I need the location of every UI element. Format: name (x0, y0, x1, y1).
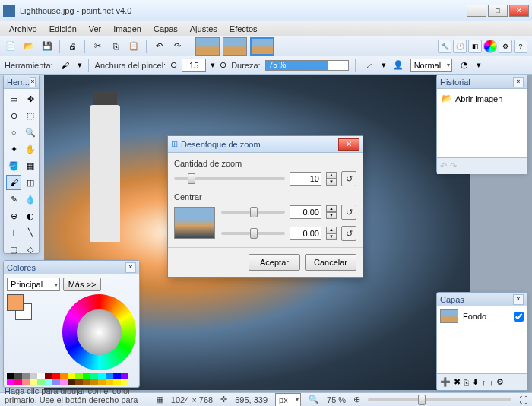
zoom-tool[interactable]: 🔍 (23, 125, 38, 140)
zoom-reset-icon[interactable]: ↺ (341, 171, 356, 186)
menu-ajustes[interactable]: Ajustes (184, 23, 223, 35)
menu-capas[interactable]: Capas (147, 23, 184, 35)
close-button[interactable]: ✕ (509, 5, 529, 17)
width-plus[interactable]: ⊕ (220, 60, 226, 70)
eraser-tool[interactable]: ◫ (23, 175, 38, 190)
gradient-tool[interactable]: ▦ (23, 158, 38, 173)
primary-color[interactable] (7, 294, 24, 311)
move-tool[interactable]: ✥ (23, 91, 38, 106)
help-button[interactable]: ? (514, 40, 527, 53)
save-button[interactable]: 💾 (40, 39, 55, 54)
center-x-slider[interactable] (221, 211, 285, 214)
center-preview[interactable] (174, 207, 215, 239)
cut-button[interactable]: ✂ (90, 39, 105, 54)
layer-visible-checkbox[interactable] (514, 312, 524, 322)
picker-tool[interactable]: 💧 (23, 192, 38, 207)
line-tool[interactable]: ╲ (23, 225, 38, 240)
center-y-slider[interactable] (221, 232, 285, 235)
cy-reset-icon[interactable]: ↺ (341, 226, 356, 241)
history-undo-icon[interactable]: ↶ (440, 161, 447, 171)
cy-up[interactable]: ▲ (326, 227, 337, 233)
minimize-button[interactable]: ─ (467, 5, 486, 17)
cx-reset-icon[interactable]: ↺ (341, 205, 356, 220)
palette-swatch[interactable] (45, 373, 52, 379)
zoom-down[interactable]: ▼ (326, 179, 337, 186)
duplicate-layer-icon[interactable]: ⎘ (464, 378, 469, 387)
settings-button[interactable]: ⚙ (499, 40, 512, 53)
palette-swatch[interactable] (37, 373, 45, 379)
thumb-1[interactable] (195, 37, 220, 56)
palette-swatch[interactable] (68, 379, 75, 385)
fullscreen-icon[interactable]: ⛶ (519, 395, 527, 404)
undo-button[interactable]: ↶ (151, 39, 166, 54)
center-x-input[interactable] (290, 205, 321, 219)
palette-swatch[interactable] (121, 379, 128, 385)
palette-swatch[interactable] (90, 379, 98, 385)
color-mode-combo[interactable]: Principal (7, 278, 60, 291)
shape-tool[interactable]: ◇ (23, 242, 38, 257)
pan-tool[interactable]: ✋ (23, 141, 38, 157)
unit-combo[interactable]: px (275, 393, 301, 407)
brush-tool[interactable]: 🖌 (6, 175, 21, 190)
palette-swatch[interactable] (14, 373, 22, 379)
palette-swatch[interactable] (60, 379, 68, 385)
layers-panel-close[interactable]: × (513, 294, 524, 305)
tools-toggle[interactable]: 🔧 (438, 40, 451, 53)
palette-swatch[interactable] (75, 379, 83, 385)
menu-imagen[interactable]: Imagen (107, 23, 147, 35)
palette-swatch[interactable] (14, 379, 22, 385)
color-swatch[interactable] (7, 294, 32, 320)
palette-swatch[interactable] (22, 373, 30, 379)
history-toggle[interactable]: 🕐 (453, 40, 467, 53)
paste-button[interactable]: 📋 (126, 39, 141, 54)
zoom-slider[interactable] (368, 398, 511, 401)
current-tool-icon[interactable]: 🖌 (58, 58, 73, 73)
palette-swatch[interactable] (106, 373, 113, 379)
brush-width-input[interactable] (182, 59, 206, 72)
history-redo-icon[interactable]: ↷ (450, 161, 457, 171)
layer-row[interactable]: Fondo (440, 309, 524, 323)
merge-layer-icon[interactable]: ⬇ (472, 377, 479, 387)
pencil-tool[interactable]: ✎ (6, 192, 21, 207)
palette-swatch[interactable] (75, 373, 83, 379)
palette-swatch[interactable] (30, 379, 37, 385)
palette-swatch[interactable] (22, 379, 30, 385)
palette-swatch[interactable] (121, 373, 128, 379)
menu-efectos[interactable]: Efectos (223, 23, 264, 35)
lasso-tool[interactable]: ⊙ (6, 108, 21, 123)
zoom-amount-slider[interactable] (174, 177, 285, 180)
ellipse-select-tool[interactable]: ○ (6, 125, 21, 140)
maximize-button[interactable]: □ (488, 5, 508, 17)
wand-tool[interactable]: ✦ (6, 141, 21, 157)
add-layer-icon[interactable]: ➕ (440, 377, 451, 387)
alpha-icon[interactable]: ◔ (457, 58, 472, 73)
blend-icon[interactable]: 👤 (391, 58, 406, 73)
blend-mode-combo[interactable]: Normal (410, 59, 452, 72)
zoom-amount-input[interactable] (290, 172, 321, 186)
palette-swatch[interactable] (90, 373, 98, 379)
palette-swatch[interactable] (7, 373, 14, 379)
hardness-slider[interactable]: 75 % (265, 60, 349, 71)
history-item[interactable]: 📂 Abrir imagen (440, 92, 524, 105)
open-button[interactable]: 📂 (21, 39, 36, 54)
dialog-titlebar[interactable]: ⊞ Desenfoque de zoom ✕ (168, 136, 363, 153)
move-selection-tool[interactable]: ⬚ (23, 108, 38, 123)
rect-tool[interactable]: ▢ (6, 242, 21, 257)
center-y-input[interactable] (290, 227, 321, 240)
redo-button[interactable]: ↷ (169, 39, 185, 54)
width-minus[interactable]: ⊖ (170, 60, 177, 70)
palette-swatch[interactable] (68, 373, 75, 379)
palette-swatch[interactable] (113, 379, 121, 385)
move-down-icon[interactable]: ↓ (489, 378, 494, 387)
palette-swatch[interactable] (52, 373, 60, 379)
palette-swatch[interactable] (45, 379, 52, 385)
new-button[interactable]: 📄 (3, 39, 18, 54)
cy-down[interactable]: ▼ (326, 233, 337, 240)
tools-panel-close[interactable]: × (30, 77, 36, 87)
palette-swatch[interactable] (60, 373, 68, 379)
palette-swatch[interactable] (30, 373, 37, 379)
delete-layer-icon[interactable]: ✖ (454, 377, 461, 387)
palette-swatch[interactable] (37, 379, 45, 385)
dialog-close-button[interactable]: ✕ (338, 138, 359, 151)
layer-props-icon[interactable]: ⚙ (496, 377, 504, 387)
